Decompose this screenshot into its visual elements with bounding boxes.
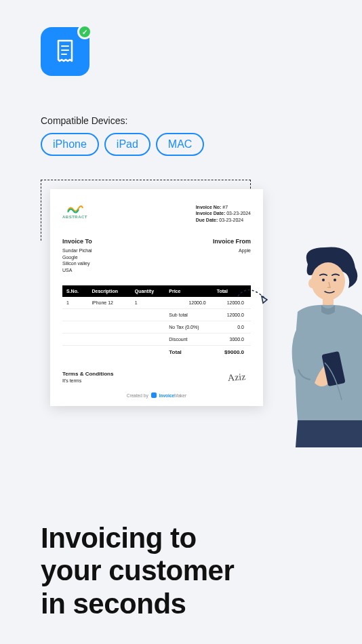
- summary-row: Discount 3000.0: [62, 334, 251, 346]
- app-icon-bg: [41, 27, 89, 76]
- grand-total-row: Total $9000.0: [62, 346, 251, 359]
- signature: Aziz: [227, 371, 245, 384]
- cell-qty: 1: [131, 297, 165, 309]
- grand-total-label: Total: [165, 346, 212, 359]
- headline-line-2: your customer: [41, 555, 234, 587]
- invoice-no-value: #7: [222, 205, 228, 209]
- invoice-top-row: ABSTRACT Invoice No: #7 Invoice Date: 03…: [62, 204, 251, 223]
- verified-badge-icon: [77, 24, 92, 39]
- pill-mac: MAC: [156, 133, 205, 156]
- invoice-to-company: Google: [62, 254, 92, 260]
- invoice-no-label: Invoice No:: [196, 205, 222, 209]
- cell-price: 12000.0: [165, 297, 212, 309]
- invoice-card: ABSTRACT Invoice No: #7 Invoice Date: 03…: [50, 189, 263, 406]
- th-price: Price: [165, 285, 212, 297]
- th-desc: Description: [87, 285, 130, 297]
- pill-ipad: iPad: [104, 133, 150, 156]
- invoice-to-heading: Invoice To: [62, 238, 92, 245]
- svg-point-4: [308, 279, 315, 288]
- terms-body: It's terms: [62, 378, 113, 383]
- table-row: 1 iPhone 12 1 12000.0 12000.0: [62, 297, 251, 309]
- cell-desc: iPhone 12: [87, 297, 130, 309]
- invoice-to-country: USA: [62, 267, 92, 273]
- svg-point-3: [311, 262, 345, 300]
- invoice-to: Invoice To Sundar Pichai Google Silicon …: [62, 238, 92, 273]
- invoice-from-heading: Invoice From: [213, 238, 251, 245]
- grand-total-value: $9000.0: [213, 346, 251, 359]
- sum-discount-value: 3000.0: [213, 334, 251, 346]
- app-icon: [41, 27, 89, 76]
- invoice-preview: ABSTRACT Invoice No: #7 Invoice Date: 03…: [41, 180, 254, 397]
- th-sno: S.No.: [62, 285, 87, 297]
- invoice-date-label: Invoice Date:: [196, 211, 226, 216]
- svg-point-5: [322, 279, 325, 281]
- abstract-logo-icon: [66, 204, 84, 214]
- footer-brand-1: Invoice: [159, 393, 174, 398]
- invoice-from-name: Apple: [213, 247, 251, 254]
- invoice-to-city: Silicon valley: [62, 260, 92, 266]
- headline: Invoicing to your customer in seconds: [41, 522, 234, 620]
- company-logo: ABSTRACT: [62, 204, 87, 219]
- cell-sno: 1: [62, 297, 87, 309]
- invoice-from: Invoice From Apple: [213, 238, 251, 273]
- svg-point-6: [334, 279, 336, 281]
- summary-row: Sub total 12000.0: [62, 309, 251, 321]
- th-qty: Quantity: [131, 285, 165, 297]
- receipt-icon: [52, 38, 79, 65]
- sum-discount-label: Discount: [165, 334, 212, 346]
- footer-brand-2: Maker: [174, 393, 186, 398]
- due-date-value: 03-23-2024: [219, 218, 243, 222]
- person-illustration: [260, 244, 362, 481]
- invoice-date-value: 03-23-2024: [226, 211, 251, 216]
- footer-brand-icon: [151, 393, 157, 398]
- headline-line-3: in seconds: [41, 588, 234, 620]
- compat-title: Compatible Devices:: [41, 115, 204, 126]
- footer-prefix: Created by: [127, 393, 148, 398]
- sum-subtotal-label: Sub total: [165, 309, 212, 321]
- invoice-footer: Created by InvoiceMaker: [62, 393, 251, 398]
- invoice-parties: Invoice To Sundar Pichai Google Silicon …: [62, 238, 251, 273]
- compatible-devices-section: Compatible Devices: iPhone iPad MAC: [41, 115, 204, 156]
- invoice-to-name: Sundar Pichai: [62, 247, 92, 254]
- pill-iphone: iPhone: [41, 133, 99, 156]
- sum-tax-label: No Tax (0.0%): [165, 321, 212, 334]
- table-header-row: S.No. Description Quantity Price Total: [62, 285, 251, 297]
- invoice-meta: Invoice No: #7 Invoice Date: 03-23-2024 …: [196, 204, 251, 223]
- due-date-label: Due Date:: [196, 218, 218, 222]
- invoice-terms-row: Terms & Conditions It's terms Aziz: [62, 371, 251, 383]
- terms-block: Terms & Conditions It's terms: [62, 371, 113, 383]
- compat-pill-row: iPhone iPad MAC: [41, 133, 204, 156]
- headline-line-1: Invoicing to: [41, 522, 234, 555]
- invoice-table: S.No. Description Quantity Price Total 1…: [62, 285, 251, 359]
- summary-row: No Tax (0.0%) 0.0: [62, 321, 251, 334]
- company-logo-text: ABSTRACT: [62, 215, 87, 219]
- terms-heading: Terms & Conditions: [62, 371, 113, 377]
- sum-tax-value: 0.0: [213, 321, 251, 334]
